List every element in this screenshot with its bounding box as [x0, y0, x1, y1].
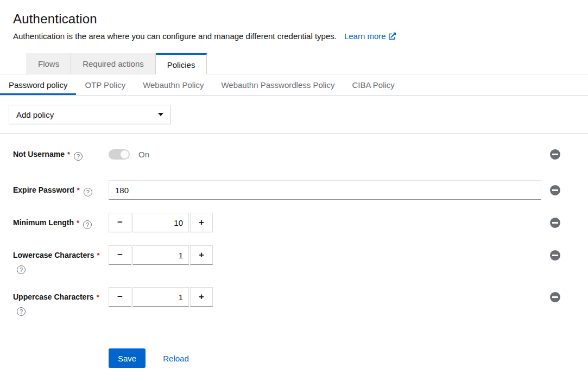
required-asterisk: *	[97, 251, 99, 259]
toggle-state-label: On	[138, 150, 149, 159]
not-username-toggle[interactable]	[109, 149, 130, 160]
remove-policy-button[interactable]	[550, 250, 560, 261]
minus-circle-icon	[550, 250, 560, 261]
form-row-lowercase-characters: Lowercase Characters* ? − +	[13, 245, 560, 274]
remove-policy-button[interactable]	[550, 218, 560, 228]
plus-button[interactable]: +	[190, 245, 213, 265]
field-label-group: Lowercase Characters* ?	[13, 245, 109, 274]
tab-policies-label: Policies	[167, 60, 195, 69]
tab-required-actions-label: Required actions	[83, 59, 144, 68]
field-control	[109, 180, 541, 200]
page-subtitle: Authentication is the area where you can…	[13, 31, 337, 41]
field-label: Minimum Length	[13, 218, 74, 227]
remove-policy-button[interactable]	[550, 292, 560, 302]
required-asterisk: *	[77, 219, 79, 227]
minimum-length-input[interactable]	[132, 213, 189, 232]
save-button[interactable]: Save	[109, 348, 146, 368]
add-policy-select-label: Add policy	[16, 110, 54, 119]
minus-circle-icon	[550, 292, 560, 302]
help-icon[interactable]: ?	[84, 188, 92, 196]
remove-policy-button[interactable]	[550, 185, 560, 195]
help-glyph: ?	[86, 219, 89, 231]
minus-button[interactable]: −	[109, 213, 131, 232]
subtab-ciba-policy-label: CIBA Policy	[352, 80, 394, 90]
field-control: − +	[109, 245, 541, 265]
help-icon[interactable]: ?	[17, 307, 26, 316]
add-policy-select[interactable]: Add policy	[9, 105, 171, 124]
subtab-otp-policy[interactable]: OTP Policy	[76, 74, 134, 95]
form-actions: Save Reload	[109, 348, 560, 368]
page-subtitle-row: Authentication is the area where you can…	[13, 31, 575, 41]
help-icon[interactable]: ?	[74, 152, 83, 161]
caret-down-icon	[158, 113, 163, 116]
policy-subtabs: Password policy OTP Policy Webauthn Poli…	[0, 74, 588, 96]
form-row-not-username: Not Username*? On	[13, 148, 560, 161]
subtab-webauthn-policy[interactable]: Webauthn Policy	[134, 74, 212, 95]
subtab-webauthn-policy-label: Webauthn Policy	[143, 80, 204, 90]
page-title: Authentication	[13, 11, 575, 27]
add-policy-section: Add policy	[0, 96, 588, 134]
field-control: − +	[109, 287, 541, 307]
minus-circle-icon	[550, 218, 560, 228]
minus-button[interactable]: −	[109, 245, 131, 265]
learn-more-label: Learn more	[344, 31, 386, 41]
password-policy-form: Not Username*? On Expire Password*? Mini…	[0, 134, 588, 368]
remove-policy-button[interactable]	[550, 149, 560, 160]
field-label: Not Username	[13, 150, 65, 158]
uppercase-characters-stepper: − +	[109, 287, 213, 307]
reload-link[interactable]: Reload	[163, 354, 189, 363]
subtab-ciba-policy[interactable]: CIBA Policy	[343, 74, 403, 95]
form-row-uppercase-characters: Uppercase Characters* ? − +	[13, 287, 560, 316]
tab-flows[interactable]: Flows	[26, 53, 71, 74]
tab-policies[interactable]: Policies	[156, 53, 207, 74]
lowercase-characters-input[interactable]	[132, 245, 189, 265]
subtab-password-policy[interactable]: Password policy	[0, 74, 76, 95]
uppercase-characters-input[interactable]	[132, 287, 189, 307]
minimum-length-stepper: − +	[109, 213, 213, 232]
toggle-knob	[121, 150, 129, 158]
field-label-group: Not Username*?	[13, 148, 109, 161]
help-icon[interactable]: ?	[17, 265, 26, 274]
tab-required-actions[interactable]: Required actions	[71, 53, 156, 74]
required-asterisk: *	[77, 186, 80, 194]
lowercase-characters-stepper: − +	[109, 245, 213, 265]
minus-button[interactable]: −	[109, 287, 131, 307]
subtab-password-policy-label: Password policy	[9, 80, 67, 90]
field-label-group: Expire Password*?	[13, 184, 109, 196]
tab-flows-label: Flows	[38, 59, 59, 68]
main-tabs: Flows Required actions Policies	[0, 53, 588, 74]
subtab-webauthn-passwordless-policy[interactable]: Webauthn Passwordless Policy	[212, 74, 343, 95]
field-label: Uppercase Characters	[13, 293, 94, 301]
minus-circle-icon	[550, 185, 560, 195]
form-row-minimum-length: Minimum Length*? − +	[13, 213, 560, 232]
field-label-group: Minimum Length*?	[13, 217, 109, 229]
page-header: Authentication Authentication is the are…	[0, 0, 588, 41]
plus-button[interactable]: +	[190, 287, 213, 307]
required-asterisk: *	[67, 150, 70, 158]
field-label: Expire Password	[13, 186, 74, 194]
required-asterisk: *	[97, 293, 99, 301]
help-glyph: ?	[77, 150, 80, 162]
field-control: On	[109, 149, 541, 160]
help-glyph: ?	[20, 306, 23, 318]
form-row-expire-password: Expire Password*?	[13, 180, 560, 200]
field-label: Lowercase Characters	[13, 251, 94, 259]
help-glyph: ?	[20, 264, 23, 276]
help-glyph: ?	[86, 186, 90, 198]
subtab-otp-policy-label: OTP Policy	[85, 80, 125, 90]
field-control: − +	[109, 213, 541, 232]
minus-circle-icon	[550, 149, 560, 160]
field-label-group: Uppercase Characters* ?	[13, 287, 109, 316]
learn-more-link[interactable]: Learn more	[344, 31, 396, 41]
help-icon[interactable]: ?	[83, 220, 92, 229]
plus-button[interactable]: +	[190, 213, 213, 232]
expire-password-input[interactable]	[109, 180, 541, 200]
subtab-webauthn-passwordless-policy-label: Webauthn Passwordless Policy	[221, 80, 334, 90]
external-link-icon	[389, 33, 396, 40]
